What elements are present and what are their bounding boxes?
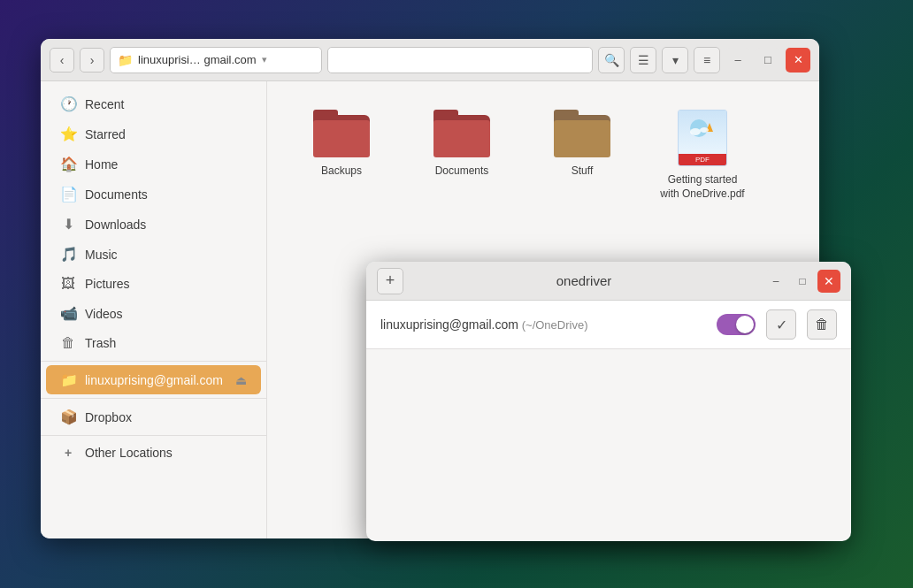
popup-titlebar: + onedriver – □ ✕ (366, 262, 851, 301)
pdf-content-area (679, 111, 726, 153)
account-confirm-button[interactable]: ✓ (766, 309, 796, 340)
sidebar-item-dropbox[interactable]: 📦 Dropbox (46, 402, 261, 431)
sidebar-label-pictures: Pictures (85, 277, 130, 291)
sidebar-item-gmail[interactable]: 📁 linuxuprising@gmail.com ⏏ (46, 365, 261, 394)
svg-point-3 (700, 127, 709, 133)
sidebar-label-music: Music (85, 248, 118, 262)
popup-close-button[interactable]: ✕ (817, 270, 840, 293)
dropbox-icon: 📦 (60, 409, 76, 425)
file-item-documents[interactable]: Documents (409, 103, 515, 209)
sidebar-item-downloads[interactable]: ⬇ Downloads (46, 210, 261, 239)
downloads-icon: ⬇ (60, 216, 76, 233)
account-email: linuxuprising@gmail.com (380, 317, 518, 332)
account-row: linuxuprising@gmail.com (~/OneDrive) ✓ 🗑 (366, 301, 851, 349)
sidebar-label-home: Home (85, 157, 118, 172)
videos-icon: 📹 (60, 305, 76, 322)
address-bar[interactable]: 📁 linuxuprisi… gmail.com ▾ (110, 47, 322, 73)
popup-minimize-button[interactable]: – (764, 270, 787, 293)
minimize-button[interactable]: – (725, 48, 750, 73)
search-button[interactable]: 🔍 (598, 47, 625, 73)
documents-folder-icon (433, 110, 490, 157)
sidebar-item-home[interactable]: 🏠 Home (46, 149, 261, 179)
starred-icon: ⭐ (60, 126, 76, 142)
sidebar-item-other-locations[interactable]: + Other Locations (46, 439, 261, 466)
sidebar-item-starred[interactable]: ⭐ Starred (46, 119, 261, 149)
documents-icon: 📄 (60, 186, 76, 202)
pdf-thumbnail: PDF (678, 110, 727, 166)
onedriver-popup: + onedriver – □ ✕ linuxuprising@gmail.co… (366, 262, 851, 541)
file-label-pdf: Getting started with OneDrive.pdf (658, 173, 747, 201)
pictures-icon: 🖼 (60, 276, 76, 292)
back-button[interactable]: ‹ (50, 48, 74, 73)
onedriver-title: onedriver (403, 273, 764, 288)
music-icon: 🎵 (60, 246, 76, 263)
sidebar-item-music[interactable]: 🎵 Music (46, 240, 261, 269)
file-label-documents: Documents (435, 164, 489, 179)
sidebar: 🕐 Recent ⭐ Starred 🏠 Home 📄 Documents ⬇ … (41, 81, 267, 538)
onedriver-add-button[interactable]: + (377, 268, 403, 294)
trash-icon: 🗑 (60, 335, 76, 351)
sidebar-item-trash[interactable]: 🗑 Trash (46, 329, 261, 357)
gmail-folder-icon: 📁 (60, 371, 76, 388)
home-icon: 🏠 (60, 156, 76, 172)
toggle-knob (736, 316, 754, 333)
file-label-backups: Backups (321, 164, 362, 179)
stuff-folder-icon (554, 110, 610, 157)
menu-button[interactable]: ≡ (694, 47, 720, 73)
popup-body: linuxuprising@gmail.com (~/OneDrive) ✓ 🗑 (366, 301, 851, 541)
sidebar-label-documents: Documents (85, 187, 148, 202)
sidebar-label-dropbox: Dropbox (85, 410, 132, 424)
file-item-onedrive-pdf[interactable]: PDF Getting started with OneDrive.pdf (649, 103, 756, 209)
sort-button[interactable]: ▾ (662, 47, 688, 73)
search-input[interactable] (327, 47, 593, 73)
sidebar-item-pictures[interactable]: 🖼 Pictures (46, 270, 261, 298)
sidebar-divider-2 (41, 398, 266, 399)
sidebar-divider-1 (41, 361, 266, 362)
pdf-type-badge: PDF (679, 154, 726, 165)
close-button[interactable]: ✕ (786, 48, 810, 73)
account-path: (~/OneDrive) (522, 318, 588, 332)
forward-button[interactable]: › (80, 48, 104, 73)
sidebar-label-starred: Starred (85, 127, 126, 141)
sidebar-item-videos[interactable]: 📹 Videos (46, 299, 261, 328)
address-text: linuxuprisi… gmail.com (138, 53, 257, 66)
account-toggle[interactable] (717, 314, 756, 335)
file-item-backups[interactable]: Backups (288, 103, 395, 209)
account-info: linuxuprising@gmail.com (~/OneDrive) (380, 317, 706, 332)
maximize-button[interactable]: □ (756, 48, 780, 73)
sidebar-divider-3 (41, 435, 266, 436)
sidebar-item-recent[interactable]: 🕐 Recent (46, 89, 261, 118)
backups-folder-icon (313, 110, 370, 157)
recent-icon: 🕐 (60, 95, 76, 112)
eject-button[interactable]: ⏏ (235, 373, 247, 387)
svg-point-2 (690, 128, 701, 135)
other-locations-icon: + (60, 446, 76, 460)
sidebar-label-gmail: linuxuprising@gmail.com (85, 373, 223, 387)
popup-window-controls: – □ ✕ (764, 270, 840, 293)
list-view-button[interactable]: ☰ (630, 47, 656, 73)
sidebar-label-downloads: Downloads (85, 218, 146, 232)
sidebar-label-recent: Recent (85, 97, 124, 111)
popup-maximize-button[interactable]: □ (791, 270, 814, 293)
file-item-stuff[interactable]: Stuff (529, 103, 635, 209)
sidebar-item-documents[interactable]: 📄 Documents (46, 179, 261, 209)
address-dropdown-icon[interactable]: ▾ (262, 54, 267, 65)
sidebar-label-trash: Trash (85, 336, 116, 350)
account-delete-button[interactable]: 🗑 (807, 309, 837, 340)
sidebar-label-videos: Videos (85, 307, 123, 321)
address-folder-icon: 📁 (118, 53, 133, 67)
sidebar-label-other: Other Locations (85, 446, 173, 460)
titlebar: ‹ › 📁 linuxuprisi… gmail.com ▾ 🔍 ☰ ▾ ≡ –… (41, 39, 819, 81)
file-label-stuff: Stuff (572, 164, 593, 179)
